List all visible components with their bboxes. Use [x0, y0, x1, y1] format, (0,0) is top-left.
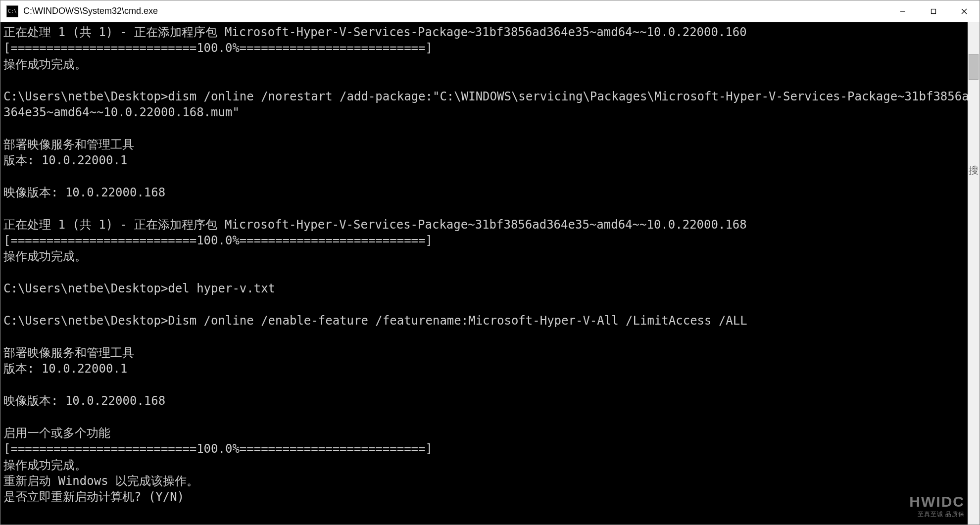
terminal-line: 版本: 10.0.22000.1 [3, 152, 977, 168]
minimize-icon [899, 8, 906, 15]
cmd-icon: C:\ [6, 5, 18, 17]
terminal-line [3, 265, 977, 281]
terminal-line: 操作成功完成。 [3, 457, 977, 473]
terminal-line: 操作成功完成。 [3, 56, 977, 72]
terminal-line: 是否立即重新启动计算机? (Y/N) [3, 489, 977, 505]
terminal-output[interactable]: 正在处理 1 (共 1) - 正在添加程序包 Microsoft-Hyper-V… [0, 22, 980, 525]
close-button[interactable] [949, 0, 980, 22]
terminal-line: 部署映像服务和管理工具 [3, 137, 977, 152]
terminal-line [3, 169, 977, 185]
terminal-line: C:\Users\netbe\Desktop>del hyper-v.txt [3, 281, 977, 296]
minimize-button[interactable] [887, 0, 918, 22]
cmd-window: C:\ C:\WINDOWS\System32\cmd.exe 正在处理 1 (… [0, 0, 980, 525]
window-title: C:\WINDOWS\System32\cmd.exe [23, 6, 887, 16]
terminal-line: [==========================100.0%=======… [3, 40, 977, 56]
svg-rect-1 [931, 9, 936, 13]
terminal-line: 操作成功完成。 [3, 248, 977, 264]
side-text: 搜 [969, 164, 979, 177]
titlebar[interactable]: C:\ C:\WINDOWS\System32\cmd.exe [0, 0, 980, 22]
terminal-line [3, 200, 977, 216]
terminal-line [3, 297, 977, 313]
maximize-icon [930, 8, 937, 15]
terminal-line: 部署映像服务和管理工具 [3, 345, 977, 361]
close-icon [961, 8, 968, 15]
terminal-line [3, 120, 977, 136]
terminal-line: 映像版本: 10.0.22000.168 [3, 185, 977, 200]
window-controls [887, 0, 980, 22]
terminal-line [3, 329, 977, 344]
terminal-line: 映像版本: 10.0.22000.168 [3, 393, 977, 409]
terminal-line [3, 72, 977, 88]
terminal-line: 启用一个或多个功能 [3, 425, 977, 441]
terminal-line: 正在处理 1 (共 1) - 正在添加程序包 Microsoft-Hyper-V… [3, 217, 977, 233]
terminal-line: C:\Users\netbe\Desktop>Dism /online /ena… [3, 313, 977, 329]
terminal-line: 版本: 10.0.22000.1 [3, 361, 977, 377]
terminal-line: 重新启动 Windows 以完成该操作。 [3, 473, 977, 489]
terminal-line [3, 377, 977, 393]
maximize-button[interactable] [918, 0, 949, 22]
terminal-line [3, 409, 977, 425]
terminal-line: [==========================100.0%=======… [3, 441, 977, 457]
terminal-line: 正在处理 1 (共 1) - 正在添加程序包 Microsoft-Hyper-V… [3, 24, 977, 40]
scrollbar-thumb[interactable] [969, 54, 979, 80]
terminal-line: C:\Users\netbe\Desktop>dism /online /nor… [3, 89, 977, 121]
terminal-line: [==========================100.0%=======… [3, 233, 977, 248]
scrollbar-track[interactable] [968, 22, 980, 525]
